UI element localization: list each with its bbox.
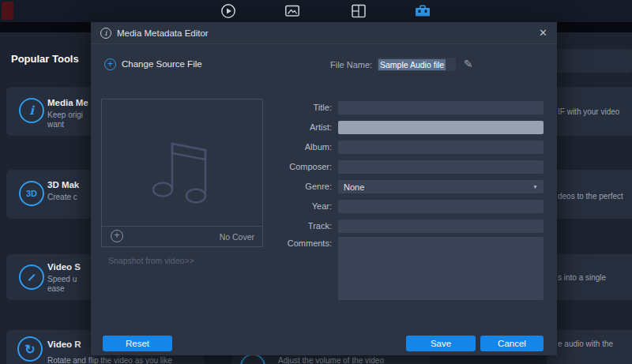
tool-card-desc: e audio with the <box>558 340 613 348</box>
close-icon[interactable]: ✕ <box>539 27 547 39</box>
title-label: Title: <box>259 103 332 112</box>
file-name-label: File Name: <box>330 60 372 69</box>
tool-card-desc: Rotate and flip the video as you like <box>47 356 172 364</box>
mv-maker-tab-icon[interactable] <box>282 2 303 20</box>
track-field[interactable] <box>338 220 544 233</box>
tool-card-desc: s into a single <box>558 273 606 282</box>
info-icon: i <box>100 28 111 39</box>
album-field[interactable] <box>338 141 544 154</box>
plus-icon[interactable]: + <box>104 58 116 70</box>
video-player-tab-icon[interactable] <box>218 2 239 20</box>
title-field[interactable] <box>338 101 544 114</box>
composer-label: Composer: <box>259 162 332 171</box>
cover-actions-bar: + No Cover <box>102 226 262 246</box>
app-window: Popular Tools i Media Me Keep origi want… <box>0 0 632 364</box>
toolbox-tab-icon[interactable] <box>412 2 433 20</box>
composer-field[interactable] <box>338 160 544 174</box>
file-name-value: Sample Audio file <box>378 59 446 70</box>
tool-card-right-1[interactable]: IF with your video <box>547 87 632 136</box>
file-name-input[interactable]: Sample Audio file <box>377 58 456 71</box>
snapshot-from-video-link[interactable]: Snapshot from video>> <box>108 256 194 265</box>
genre-label: Genre: <box>259 182 332 191</box>
genre-dropdown[interactable]: None ▼ <box>338 180 544 193</box>
tool-card-right-3[interactable]: s into a single <box>547 254 632 300</box>
info-icon: i <box>19 98 44 123</box>
tool-card-right-2[interactable]: deos to the perfect <box>547 170 632 219</box>
year-label: Year: <box>259 201 332 211</box>
edit-pencil-icon[interactable]: ✎ <box>464 58 473 70</box>
tool-card-desc: Keep origi <box>47 111 83 119</box>
tool-card-desc: Speed u <box>47 275 77 283</box>
save-button[interactable]: Save <box>406 336 476 351</box>
tool-card-right-4[interactable]: e audio with the <box>547 330 632 364</box>
comments-field[interactable] <box>338 237 544 300</box>
tool-card-title: 3D Mak <box>47 180 79 190</box>
app-logo <box>2 2 13 20</box>
tool-card-desc: deos to the perfect <box>558 192 623 201</box>
tool-card-title: Video R <box>47 340 81 349</box>
music-note-icon <box>139 120 226 207</box>
tool-card-desc: want <box>47 120 64 129</box>
cover-art-box: + No Cover <box>101 99 263 247</box>
no-cover-label: No Cover <box>220 232 254 242</box>
tool-card-desc: Create c <box>47 193 77 201</box>
add-cover-icon[interactable]: + <box>111 230 123 242</box>
tool-card-desc: ease <box>47 284 65 293</box>
artist-label: Artist: <box>259 122 332 132</box>
cancel-button[interactable]: Cancel <box>480 336 544 351</box>
collage-maker-tab-icon[interactable] <box>348 2 369 20</box>
genre-value: None <box>344 182 364 192</box>
change-source-file-button[interactable]: Change Source File <box>122 59 202 69</box>
tool-card-desc: Adjust the volume of the video <box>278 356 384 364</box>
chevron-down-icon: ▼ <box>532 184 538 190</box>
comments-label: Comments: <box>259 238 332 248</box>
dialog-title: Media Metadata Editor <box>117 28 209 38</box>
tool-card-title: Video S <box>47 262 81 272</box>
topbar <box>0 0 632 22</box>
speedometer-icon <box>19 265 44 290</box>
tool-card-desc: IF with your video <box>558 107 619 116</box>
page-title: Popular Tools <box>11 53 79 65</box>
header-panel-fragment <box>553 49 632 73</box>
tool-card-title: Media Me <box>47 98 88 107</box>
media-metadata-editor-dialog: i Media Metadata Editor ✕ + Change Sourc… <box>91 22 557 355</box>
artist-field[interactable] <box>338 121 544 134</box>
cover-art-area <box>102 99 262 227</box>
album-label: Album: <box>259 142 332 152</box>
reset-button[interactable]: Reset <box>103 336 172 351</box>
year-field[interactable] <box>338 200 544 213</box>
dialog-header: i Media Metadata Editor ✕ <box>91 22 557 44</box>
track-label: Track: <box>259 221 332 231</box>
rotate-icon: ↻ <box>17 336 43 362</box>
3d-icon: 3D <box>19 181 44 206</box>
